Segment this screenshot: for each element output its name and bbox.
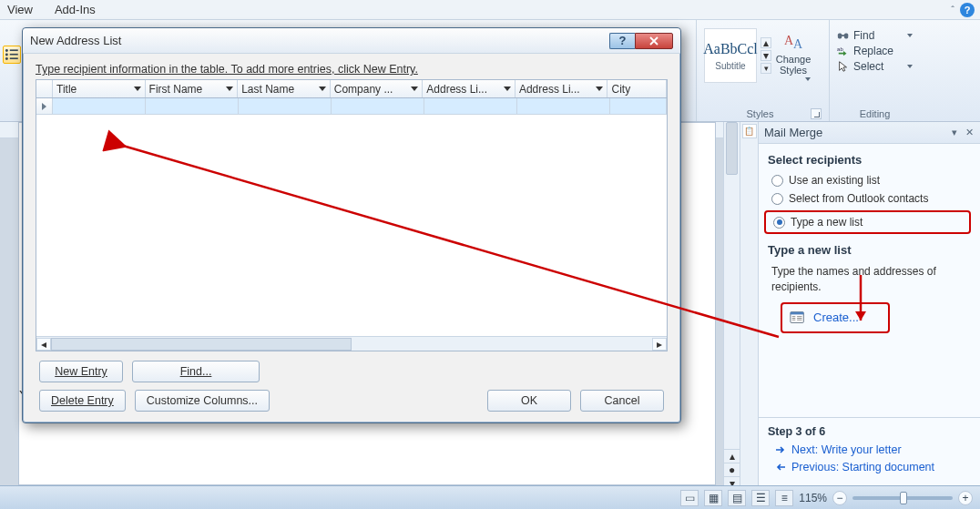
change-styles-button[interactable]: AA Change Styles [775, 28, 812, 83]
find-button[interactable]: Find... [132, 361, 260, 382]
dialog-titlebar[interactable]: New Address List ? [23, 28, 680, 54]
view-outline[interactable]: ☰ [751, 490, 770, 506]
radio-icon [771, 175, 783, 187]
style-preview-text: AaBbCcl [703, 41, 758, 57]
grid-header: Title First Name Last Name Company ... A… [36, 80, 667, 98]
dialog-instruction: Type recipient information in the table.… [36, 63, 668, 76]
ok-button[interactable]: OK [487, 390, 571, 412]
cell[interactable] [610, 98, 667, 115]
customize-columns-button[interactable]: Customize Columns... [135, 390, 270, 412]
chevron-down-icon [805, 77, 811, 81]
next-step-link[interactable]: Next: Write your letter [775, 443, 971, 456]
col-address2[interactable]: Address Li... [516, 80, 608, 97]
create-icon [790, 310, 806, 326]
zoom-out-button[interactable]: − [832, 491, 847, 505]
svg-point-2 [5, 54, 8, 56]
vertical-scrollbar[interactable]: ▴ ● ▾ [723, 122, 740, 485]
svg-rect-16 [792, 319, 796, 320]
svg-rect-15 [792, 318, 796, 319]
scroll-thumb[interactable] [726, 122, 738, 175]
cell[interactable] [146, 98, 239, 115]
prev-page-button[interactable]: ▴ [724, 449, 740, 463]
cancel-button[interactable]: Cancel [580, 390, 664, 412]
zoom-slider[interactable] [852, 496, 953, 500]
radio-icon [771, 193, 783, 205]
svg-rect-18 [797, 318, 801, 319]
col-address1[interactable]: Address Li... [423, 80, 516, 97]
grid-hscroll[interactable]: ◂ ▸ [36, 336, 667, 351]
zoom-percent[interactable]: 115% [799, 492, 827, 504]
select-label: Select [853, 60, 883, 73]
taskpane-menu-icon[interactable]: ▾ [949, 127, 959, 137]
btn-label: Delete Entry [51, 394, 114, 407]
highlight-type-new-list: Type a new list [764, 210, 971, 234]
grid-corner[interactable] [36, 80, 53, 97]
view-fullscreen[interactable]: ▦ [704, 490, 722, 506]
cell[interactable] [332, 98, 424, 115]
prev-step-link[interactable]: Previous: Starting document [775, 461, 971, 473]
cell[interactable] [424, 98, 517, 115]
grid-row[interactable] [36, 98, 667, 115]
svg-text:A: A [793, 37, 803, 51]
svg-rect-10 [841, 35, 844, 36]
scroll-left-icon[interactable]: ◂ [36, 338, 51, 351]
col-company[interactable]: Company ... [331, 80, 424, 97]
status-bar: ▭ ▦ ▤ ☰ ≡ 115% − + [0, 485, 980, 509]
style-gallery-scroll[interactable]: ▴ ▾ ▾ [761, 37, 771, 74]
style-subtitle[interactable]: AaBbCcl Subtitle [704, 28, 757, 83]
menu-view[interactable]: View [7, 3, 33, 16]
menu-addins[interactable]: Add-Ins [55, 3, 96, 16]
col-label: Address Li... [519, 83, 580, 96]
zoom-in-button[interactable]: + [958, 491, 973, 505]
type-list-description: Type the names and addresses of recipien… [771, 264, 971, 295]
col-label: City [611, 83, 630, 96]
col-lastname[interactable]: Last Name [238, 80, 331, 97]
browse-object-button[interactable]: ● [724, 463, 740, 476]
delete-entry-button[interactable]: Delete Entry [39, 390, 126, 412]
view-web[interactable]: ▤ [728, 490, 746, 506]
find-button[interactable]: Find [837, 29, 913, 42]
create-list-button[interactable]: Create... [781, 302, 890, 333]
dialog-close-button[interactable] [635, 33, 673, 49]
radio-icon-selected [773, 217, 785, 229]
dialog-help-button[interactable]: ? [609, 33, 635, 49]
styles-group: AaBbCcl Subtitle ▴ ▾ ▾ AA Change Styles … [696, 20, 823, 121]
help-icon[interactable]: ? [960, 3, 975, 17]
bullets-button[interactable] [3, 46, 21, 64]
row-selector[interactable] [36, 98, 53, 115]
svg-rect-5 [10, 57, 18, 59]
view-draft[interactable]: ≡ [775, 490, 793, 506]
radio-outlook-contacts[interactable]: Select from Outlook contacts [771, 192, 971, 205]
col-title[interactable]: Title [53, 80, 146, 97]
chevron-down-icon [411, 87, 418, 91]
scroll-right-icon[interactable]: ▸ [652, 338, 667, 351]
view-print-layout[interactable]: ▭ [680, 490, 699, 506]
cell[interactable] [53, 98, 146, 115]
taskpane-header: Mail Merge ▾ ✕ [759, 122, 980, 144]
col-label: Title [56, 83, 77, 96]
chevron-down-icon [226, 87, 233, 91]
col-label: Company ... [334, 83, 393, 96]
replace-button[interactable]: ab Replace [837, 45, 913, 57]
radio-existing-list[interactable]: Use an existing list [771, 174, 971, 187]
cell[interactable] [239, 98, 332, 115]
minimize-ribbon-icon[interactable]: ˆ [951, 5, 954, 15]
zoom-handle[interactable] [900, 492, 907, 504]
svg-rect-1 [10, 49, 18, 51]
clipboard-icon[interactable]: 📋 [742, 124, 757, 138]
scroll-thumb[interactable] [51, 338, 352, 351]
styles-launcher[interactable] [811, 108, 822, 119]
new-address-list-dialog: New Address List ? Type recipient inform… [22, 27, 681, 423]
svg-rect-19 [797, 319, 801, 320]
new-entry-button[interactable]: New Entry [39, 361, 123, 382]
select-button[interactable]: Select [837, 60, 913, 73]
col-city[interactable]: City [607, 80, 667, 97]
address-grid[interactable]: Title First Name Last Name Company ... A… [36, 79, 668, 351]
taskpane-close-icon[interactable]: ✕ [965, 127, 975, 137]
change-styles-label: Change Styles [776, 54, 812, 76]
radio-type-new-list[interactable]: Type a new list [773, 216, 962, 229]
binoculars-icon [837, 29, 850, 42]
chevron-down-icon [319, 87, 326, 91]
col-firstname[interactable]: First Name [146, 80, 239, 97]
cell[interactable] [517, 98, 610, 115]
